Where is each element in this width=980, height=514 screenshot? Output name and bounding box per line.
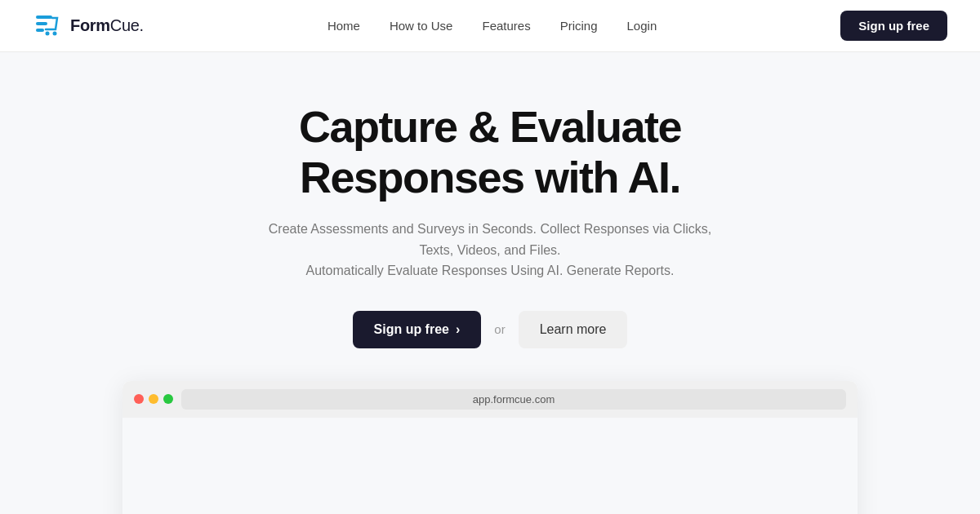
browser-address-bar[interactable]: app.formcue.com — [181, 389, 846, 410]
nav-signup-button[interactable]: Sign up free — [840, 11, 947, 41]
hero-actions: Sign up free › or Learn more — [353, 311, 628, 348]
svg-point-3 — [46, 31, 50, 35]
arrow-icon: › — [456, 322, 460, 337]
hero-signup-button[interactable]: Sign up free › — [353, 311, 482, 348]
browser-content — [122, 418, 858, 514]
nav-features[interactable]: Features — [482, 19, 530, 33]
hero-subtitle: Create Assessments and Surveys in Second… — [261, 219, 719, 281]
site-header: FormCue. Home How to Use Features Pricin… — [0, 0, 980, 52]
hero-signup-label: Sign up free — [374, 322, 449, 337]
or-divider: or — [494, 322, 505, 336]
svg-rect-2 — [36, 29, 44, 32]
browser-mockup-wrapper: app.formcue.com — [0, 381, 980, 514]
learn-more-button[interactable]: Learn more — [519, 311, 628, 348]
hero-subtitle-line1: Create Assessments and Surveys in Second… — [269, 222, 711, 257]
hero-subtitle-line2: Automatically Evaluate Responses Using A… — [306, 264, 675, 277]
svg-rect-1 — [36, 22, 47, 25]
svg-rect-0 — [36, 16, 52, 19]
hero-section: Capture & Evaluate Responses with AI. Cr… — [0, 52, 980, 348]
dot-yellow — [149, 394, 158, 404]
browser-dots — [134, 394, 173, 404]
logo-text: FormCue. — [70, 16, 144, 35]
browser-mockup: app.formcue.com — [122, 381, 858, 514]
nav-home[interactable]: Home — [327, 19, 360, 33]
dot-green — [163, 394, 173, 404]
nav-login[interactable]: Login — [627, 19, 657, 33]
main-nav: Home How to Use Features Pricing Login — [327, 19, 657, 33]
hero-title-line2: Responses with AI. — [300, 153, 680, 202]
svg-point-4 — [53, 31, 57, 35]
logo[interactable]: FormCue. — [33, 11, 144, 41]
dot-red — [134, 394, 144, 404]
nav-pricing[interactable]: Pricing — [560, 19, 598, 33]
logo-icon — [33, 11, 62, 41]
hero-title: Capture & Evaluate Responses with AI. — [299, 101, 681, 202]
browser-toolbar: app.formcue.com — [122, 381, 858, 418]
nav-how-to-use[interactable]: How to Use — [390, 19, 453, 33]
hero-title-line1: Capture & Evaluate — [299, 102, 681, 151]
